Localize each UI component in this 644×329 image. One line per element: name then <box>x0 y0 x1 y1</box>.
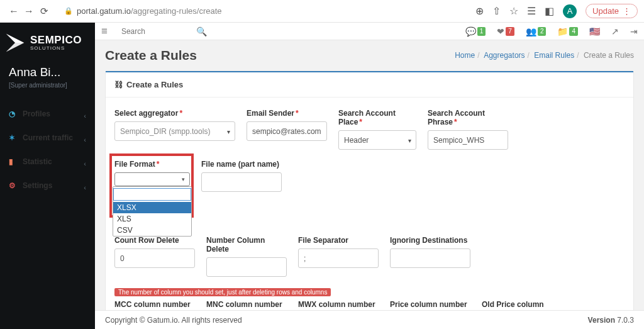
number-column-delete-field[interactable] <box>206 257 287 277</box>
field-label: Count Row Delete <box>114 236 195 245</box>
select-aggregator-field[interactable] <box>114 121 235 141</box>
sidebar-item-statistic[interactable]: ▮Statistic ‹ <box>0 152 95 176</box>
logout-icon[interactable]: ⇥ <box>630 26 638 36</box>
crumb-current: Create a Rules <box>584 51 634 60</box>
lock-icon: 🔒 <box>64 7 73 15</box>
dropdown-option-csv[interactable]: CSV <box>113 225 191 236</box>
ignoring-destinations-field[interactable] <box>390 248 470 268</box>
search-icon[interactable]: 🔍 <box>196 26 207 36</box>
file-name-field[interactable] <box>201 172 282 192</box>
app-topbar: ≡ 🔍 💬1 ❤7 👥2 📁4 🇺🇸 ↗ ⇥ <box>95 23 644 40</box>
profile-avatar[interactable]: A <box>563 4 577 18</box>
field-label: MWX column number <box>298 300 379 309</box>
sidebar: SEMPICO SOLUTIONS Anna Bi... [Super admi… <box>0 23 95 329</box>
footer: Copyright © Gatum.io. All rights reserve… <box>95 310 644 329</box>
field-label: Old Price column number <box>482 300 570 310</box>
brand-logo: SEMPICO SOLUTIONS <box>0 26 95 58</box>
field-label: Search Account Place <box>338 109 396 126</box>
breadcrumb: Home/ Aggregators/ Email Rules/ Create a… <box>455 51 634 60</box>
sidebar-user-role: [Super administrator] <box>9 82 86 89</box>
folders-icon[interactable]: 📁4 <box>557 26 578 36</box>
footer-copyright: Copyright © Gatum.io. All rights reserve… <box>105 316 242 325</box>
dropdown-option-xlsx[interactable]: XLSX <box>113 202 191 213</box>
update-button[interactable]: Update⋮ <box>586 4 638 18</box>
field-label: Price column number <box>390 300 470 309</box>
sidebar-item-current-traffic[interactable]: ✶Current traffic ‹ <box>0 128 95 152</box>
page-title: Create a Rules <box>105 48 197 63</box>
crumb-aggregators[interactable]: Aggregators <box>484 51 525 60</box>
chevron-left-icon: ‹ <box>84 136 86 143</box>
chevron-left-icon: ‹ <box>84 160 86 167</box>
field-label: MCC column number <box>114 300 195 309</box>
search-input[interactable] <box>119 25 207 38</box>
footer-version: Version 7.0.3 <box>588 316 634 325</box>
link-icon: ⛓ <box>114 80 123 89</box>
field-label: Ignoring Destinations <box>390 236 470 245</box>
address-bar[interactable]: 🔒 portal.gatum.io/aggregating-rules/crea… <box>64 6 463 16</box>
settings-icon: ⚙ <box>9 181 18 190</box>
form-card: ⛓Create a Rules Select aggregator* ▾ Ema… <box>105 70 634 310</box>
browser-toolbar: ← → ⟳ 🔒 portal.gatum.io/aggregating-rule… <box>0 0 644 23</box>
sidebar-item-label: Current traffic <box>23 133 73 142</box>
crumb-email-rules[interactable]: Email Rules <box>534 51 574 60</box>
zoom-icon[interactable]: ⊕ <box>475 5 484 17</box>
reload-button[interactable]: ⟳ <box>36 6 52 17</box>
email-sender-field[interactable] <box>247 121 327 141</box>
share-icon[interactable]: ⇧ <box>492 5 501 17</box>
dropdown-search-input[interactable] <box>113 188 191 201</box>
sidebar-item-label: Statistic <box>23 157 52 166</box>
brand-subtext: SOLUTIONS <box>30 45 82 51</box>
crumb-home[interactable]: Home <box>455 51 475 60</box>
flag-icon[interactable]: 🇺🇸 <box>589 26 600 36</box>
main-area: ≡ 🔍 💬1 ❤7 👥2 📁4 🇺🇸 ↗ ⇥ Create a Rules Ho… <box>95 23 644 329</box>
sidebar-item-label: Profiles <box>23 109 50 118</box>
card-title: Create a Rules <box>126 80 183 89</box>
file-format-dropdown: XLSX XLS CSV <box>113 186 192 237</box>
hamburger-icon[interactable]: ≡ <box>101 25 108 38</box>
url-path: /aggregating-rules/create <box>131 6 222 16</box>
field-label: File Format <box>114 160 155 169</box>
sidebar-item-settings[interactable]: ⚙Settings ‹ <box>0 176 95 199</box>
brand-text: SEMPICO <box>30 35 82 45</box>
search-account-place-field[interactable] <box>338 130 416 150</box>
url-host: portal.gatum.io <box>77 6 131 16</box>
file-separator-field[interactable] <box>298 248 379 268</box>
search-account-phrase-field[interactable] <box>428 130 508 150</box>
field-label: MNC column number <box>206 300 287 309</box>
bookmark-icon[interactable]: ☆ <box>509 5 518 17</box>
dropdown-option-xls[interactable]: XLS <box>113 213 191 225</box>
back-button[interactable]: ← <box>6 6 21 17</box>
file-format-select[interactable] <box>114 172 190 186</box>
count-row-delete-field[interactable] <box>114 248 195 268</box>
sidebar-user-name: Anna Bi... <box>9 65 86 79</box>
profiles-icon: ◔ <box>9 109 18 118</box>
logo-icon <box>4 31 26 54</box>
field-label: File name (part name) <box>201 160 282 169</box>
statistic-icon: ▮ <box>9 157 18 166</box>
users-icon[interactable]: 👥2 <box>526 26 547 36</box>
chat-icon[interactable]: 💬1 <box>465 26 486 36</box>
chevron-left-icon: ‹ <box>84 184 86 191</box>
field-label: Number Column Delete <box>206 236 287 254</box>
field-label: Email Sender <box>247 109 294 118</box>
forward-button[interactable]: → <box>21 6 36 17</box>
sidebar-item-label: Settings <box>23 181 52 190</box>
reading-list-icon[interactable]: ☰ <box>527 5 536 17</box>
field-label: Select aggregator <box>114 109 178 118</box>
field-label: File Separator <box>298 236 379 245</box>
traffic-icon: ✶ <box>9 133 18 142</box>
chevron-left-icon: ‹ <box>84 112 86 120</box>
sidebar-item-profiles[interactable]: ◔Profiles ‹ <box>0 104 95 128</box>
favorites-icon[interactable]: ❤7 <box>497 26 514 36</box>
column-hint-badge: The number of column you should set, jus… <box>114 288 331 296</box>
external-link-icon[interactable]: ↗ <box>611 26 619 36</box>
panel-icon[interactable]: ◧ <box>545 5 554 17</box>
